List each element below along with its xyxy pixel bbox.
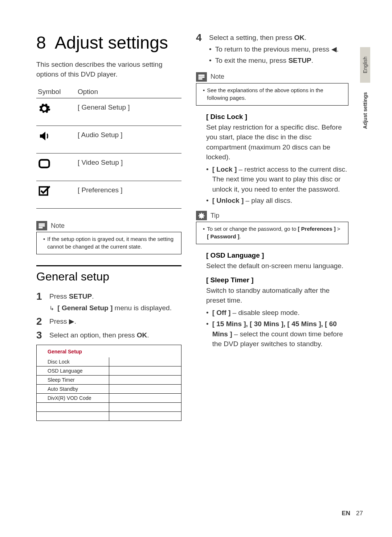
note-text: If the setup option is grayed out, it me… <box>47 235 176 250</box>
svg-rect-6 <box>199 77 204 78</box>
page-footer: EN27 <box>342 510 363 517</box>
menu-screenshot: General Setup Disc Lock OSD Language Sle… <box>36 345 181 421</box>
step-bold: [ General Setup ] <box>57 304 113 312</box>
option-cell: [ Preferences ] <box>76 181 181 209</box>
svg-rect-5 <box>199 75 204 76</box>
note-icon <box>196 72 207 82</box>
svg-rect-1 <box>40 187 48 195</box>
menu-item <box>37 403 109 412</box>
option-cell: [ Audio Setup ] <box>76 126 181 153</box>
menu-title: General Setup <box>37 345 181 357</box>
note-label: Note <box>51 222 65 230</box>
menu-item: Sleep Timer <box>37 376 109 385</box>
step-text: Press <box>49 292 69 300</box>
svg-rect-4 <box>39 227 42 228</box>
tip-text: . <box>239 233 241 239</box>
opt-bold: [ Lock ] <box>212 165 237 173</box>
option-desc: Select the default on-screen menu langua… <box>206 261 348 271</box>
svg-rect-3 <box>39 225 45 226</box>
screen-icon <box>38 164 51 172</box>
step-text: menu is displayed. <box>113 304 172 312</box>
page-title: 8 Adjust settings <box>36 33 181 53</box>
gear-icon <box>38 109 51 116</box>
option-cell: [ General Setup ] <box>76 98 181 126</box>
opt-text: – disable sleep mode. <box>230 309 299 316</box>
symbol-option-table: Symbol Option [ General Setup ] [ Audio … <box>36 86 181 209</box>
opt-text: – select the count down time before the … <box>212 330 343 348</box>
note-text: See the explanations of the above option… <box>207 86 343 102</box>
option-title: [ OSD Language ] <box>206 251 348 259</box>
step-bold: SETUP <box>288 57 311 64</box>
menu-item: Disc Lock <box>37 357 109 366</box>
option-title: [ Disc Lock ] <box>206 113 348 121</box>
bullet-item: •[ Unlock ] – play all discs. <box>206 196 348 206</box>
tip-bold: [ Preferences ] <box>298 226 335 232</box>
step-3: 3 Select an option, then press OK. <box>36 330 181 340</box>
step-text: To return to the previous menu, press <box>215 45 331 53</box>
step-text: Press <box>49 317 69 325</box>
left-triangle-icon: ◀ <box>331 44 337 54</box>
section-heading: General setup <box>36 270 181 283</box>
option-desc: Set play restriction for a specific disc… <box>206 122 348 162</box>
table-row: [ General Setup ] <box>36 98 181 126</box>
table-row: [ Audio Setup ] <box>36 126 181 153</box>
step-1: 1 Press SETUP. ↳ [ General Setup ] menu … <box>36 291 181 313</box>
bullet-item: •[ Lock ] – restrict access to the curre… <box>206 164 348 194</box>
section-rule <box>36 265 181 266</box>
svg-rect-2 <box>39 224 45 225</box>
opt-bold: [ Unlock ] <box>212 197 244 204</box>
step-bold: OK <box>137 331 147 339</box>
th-option: Option <box>76 86 181 98</box>
option-title: [ Sleep Timer ] <box>206 276 348 284</box>
note-box: Note •See the explanations of the above … <box>196 71 348 106</box>
th-symbol: Symbol <box>36 86 76 98</box>
step-4: 4 Select a setting, then press OK. •To r… <box>196 33 348 67</box>
intro-text: This section describes the various setti… <box>36 60 181 79</box>
menu-item: Auto Standby <box>37 385 109 394</box>
step-text: To exit the menu, press <box>215 57 289 64</box>
tip-label: Tip <box>211 212 219 220</box>
menu-item: OSD Language <box>37 366 109 376</box>
bullet-item: •[ Off ] – disable sleep mode. <box>206 308 348 318</box>
footer-page: 27 <box>356 510 363 517</box>
opt-bold: [ Off ] <box>212 309 231 316</box>
steps-list-cont: 4 Select a setting, then press OK. •To r… <box>196 33 348 67</box>
menu-item <box>37 412 109 421</box>
opt-text: – play all discs. <box>244 197 292 204</box>
step-2: 2 Press ▶. <box>36 316 181 327</box>
step-text: Select an option, then press <box>49 331 137 339</box>
footer-lang: EN <box>342 510 350 517</box>
steps-list: 1 Press SETUP. ↳ [ General Setup ] menu … <box>36 291 181 340</box>
side-language: English <box>360 47 370 83</box>
chapter-title: Adjust settings <box>55 33 168 52</box>
note-icon <box>36 221 47 230</box>
checkbox-icon <box>38 192 51 199</box>
side-section: Adjust settings <box>360 89 370 132</box>
table-row: [ Video Setup ] <box>36 153 181 181</box>
step-text: Select a setting, then press <box>209 34 294 41</box>
right-triangle-icon: ▶ <box>69 316 74 327</box>
tip-box: Tip •To set or change the password, go t… <box>196 209 348 244</box>
option-desc: Switch to standby automatically after th… <box>206 286 348 306</box>
side-tab: English Adjust settings <box>360 47 370 132</box>
tip-icon <box>196 211 207 220</box>
note-label: Note <box>211 73 224 81</box>
step-bold: OK <box>294 34 305 41</box>
svg-rect-7 <box>199 78 202 79</box>
speaker-icon <box>38 136 51 144</box>
note-box: Note •If the setup option is grayed out,… <box>36 220 181 254</box>
chapter-number: 8 <box>36 33 46 52</box>
tip-bold: [ Password ] <box>207 233 239 239</box>
table-row: [ Preferences ] <box>36 181 181 209</box>
tip-text: > <box>336 226 340 232</box>
tip-text: To set or change the password, go to <box>207 226 298 232</box>
option-cell: [ Video Setup ] <box>76 153 181 181</box>
step-bold: SETUP <box>69 292 92 300</box>
menu-item: DivX(R) VOD Code <box>37 394 109 403</box>
svg-rect-0 <box>40 160 49 168</box>
bullet-item: •[ 15 Mins ], [ 30 Mins ], [ 45 Mins ], … <box>206 319 348 349</box>
